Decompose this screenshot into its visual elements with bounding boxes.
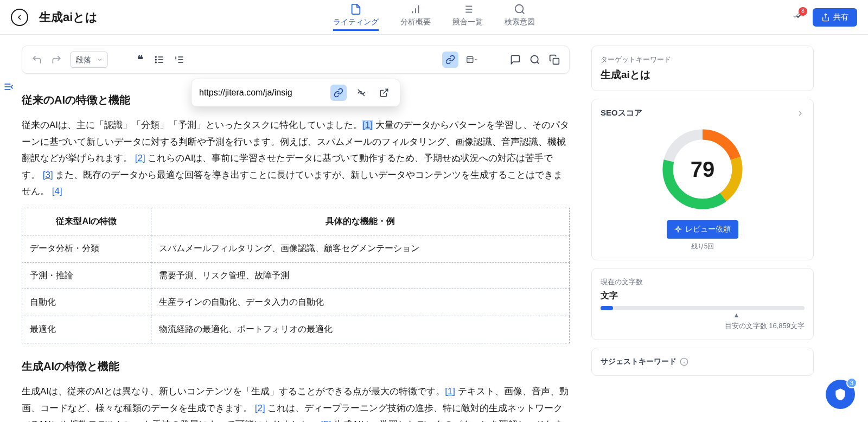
seo-score-label: SEOスコア [601, 108, 642, 118]
svg-point-9 [515, 5, 524, 13]
collapse-icon [3, 81, 14, 92]
char-progress-fill [601, 306, 613, 310]
format-select[interactable]: 段落 [70, 52, 108, 68]
reference-link-4[interactable]: [4] [52, 186, 62, 196]
reference-link-6[interactable]: [2] [255, 403, 265, 413]
document-icon [350, 3, 362, 15]
review-request-button[interactable]: レビュー依頼 [667, 220, 738, 239]
svg-line-10 [522, 11, 524, 14]
tab-intent[interactable]: 検索意図 [505, 3, 535, 31]
chevron-down-icon [474, 57, 478, 62]
bar-chart-icon [410, 3, 422, 15]
editor-toolbar: 段落 ❝ [22, 46, 570, 74]
reference-link-1[interactable]: [1] [362, 120, 373, 130]
char-count-label: 現在の文字数 [601, 277, 805, 287]
reference-link-2[interactable]: [2] [135, 153, 145, 163]
svg-point-20 [156, 62, 157, 63]
seo-score-card[interactable]: SEOスコア 79 レビュー依頼 残り5回 [591, 99, 814, 260]
reference-link-5[interactable]: [1] [445, 386, 455, 397]
remaining-count: 残り5回 [691, 242, 714, 251]
seo-score-value: 79 [659, 126, 746, 213]
copy-button[interactable] [548, 54, 560, 66]
table-row: 最適化物流経路の最適化、ポートフォリオの最適化 [22, 316, 570, 343]
back-button[interactable] [11, 9, 28, 26]
feature-table[interactable]: 従来型AIの特徴具体的な機能・例 データ分析・分類スパムメールフィルタリング、画… [22, 208, 570, 343]
redo-icon [51, 54, 62, 65]
target-keyword-label: ターゲットキーワード [601, 55, 805, 65]
number-list-button[interactable] [173, 54, 185, 66]
popover-open-button[interactable] [376, 85, 392, 101]
table-button[interactable] [466, 54, 478, 66]
nav-tabs: ライティング 分析概要 競合一覧 検索意図 [333, 3, 535, 31]
target-keyword-card: ターゲットキーワード 生成aiとは [591, 46, 814, 91]
redo-button[interactable] [50, 54, 62, 66]
reference-link-3[interactable]: [3] [43, 170, 53, 180]
svg-line-31 [384, 89, 388, 93]
table-icon [466, 54, 474, 65]
svg-point-19 [156, 59, 157, 60]
editor-content[interactable]: 従来のAIの特徴と機能 従来のAIは、主に「認識」「分類」「予測」といったタスク… [22, 90, 570, 422]
table-row: データ分析・分類スパムメールフィルタリング、画像認識、顧客セグメンテーション [22, 235, 570, 262]
unlink-icon [356, 88, 366, 98]
popover-unlink-button[interactable] [353, 85, 369, 101]
char-unit: 文字 [601, 290, 805, 302]
right-sidebar: ターゲットキーワード 生成aiとは SEOスコア 79 [591, 35, 825, 422]
info-icon [680, 357, 688, 366]
undo-icon [31, 54, 42, 65]
bullet-list-icon [154, 54, 165, 65]
number-list-icon [174, 54, 184, 65]
suggest-keyword-label: サジェストキーワード [601, 357, 676, 367]
char-count-card: 現在の文字数 文字 ▲ 目安の文字数 16,859文字 [591, 268, 814, 340]
ai-assistant-fab[interactable]: 3 [826, 380, 855, 409]
chevron-right-icon [796, 109, 805, 118]
popover-link-button[interactable] [330, 85, 347, 101]
page-title: 生成aiとは [39, 9, 98, 25]
svg-line-28 [537, 62, 539, 64]
heading-generative-ai: 生成AIの特徴と機能 [22, 356, 570, 376]
svg-rect-29 [553, 59, 559, 65]
badge-count: 8 [799, 7, 807, 16]
seo-score-gauge: 79 [659, 126, 746, 213]
quote-button[interactable]: ❝ [134, 54, 146, 66]
char-marker-icon: ▲ [733, 311, 739, 319]
paragraph: 生成AIは、従来のAIとは異なり、新しいコンテンツを「生成」することができる点が… [22, 383, 570, 422]
svg-point-27 [531, 56, 538, 63]
link-button[interactable] [442, 52, 458, 68]
tab-writing[interactable]: ライティング [333, 3, 379, 31]
link-icon [445, 55, 455, 65]
char-target-text: 目安の文字数 16,859文字 [601, 321, 805, 331]
reference-link-7[interactable]: [5] [321, 419, 331, 422]
external-link-icon [379, 88, 389, 98]
copy-icon [549, 54, 560, 65]
arrow-left-icon [15, 13, 24, 22]
paragraph: 従来のAIは、主に「認識」「分類」「予測」といったタスクに特化していました。[1… [22, 117, 570, 200]
comment-icon [510, 54, 521, 65]
share-icon [821, 13, 830, 22]
fab-badge-count: 3 [846, 378, 857, 388]
comment-button[interactable] [509, 54, 521, 66]
sparkle-icon [674, 226, 682, 233]
undo-button[interactable] [31, 54, 43, 66]
share-button[interactable]: 共有 [813, 8, 857, 27]
bullet-list-button[interactable] [154, 54, 165, 66]
find-button[interactable] [529, 54, 541, 66]
table-row: 予測・推論需要予測、リスク管理、故障予測 [22, 262, 570, 289]
svg-line-30 [358, 89, 365, 96]
search-icon [514, 3, 526, 15]
link-popover [191, 79, 400, 107]
list-icon [462, 3, 474, 15]
table-row: 自動化生産ラインの自動化、データ入力の自動化 [22, 289, 570, 316]
checklist-button[interactable]: 8 [792, 10, 804, 24]
target-keyword-value: 生成aiとは [601, 68, 805, 82]
table-header: 従来型AIの特徴 [22, 208, 151, 235]
link-url-input[interactable] [199, 88, 324, 98]
search-icon [529, 54, 540, 65]
topbar: 生成aiとは ライティング 分析概要 競合一覧 検索意図 8 共有 [0, 0, 868, 35]
table-header: 具体的な機能・例 [151, 208, 569, 235]
suggest-keyword-card[interactable]: サジェストキーワード [591, 348, 814, 376]
char-progress-bar: ▲ [601, 306, 805, 310]
tab-competitors[interactable]: 競合一覧 [452, 3, 483, 31]
sidebar-collapse-handle[interactable] [0, 78, 17, 98]
assistant-icon [833, 387, 847, 401]
tab-analysis[interactable]: 分析概要 [400, 3, 431, 31]
